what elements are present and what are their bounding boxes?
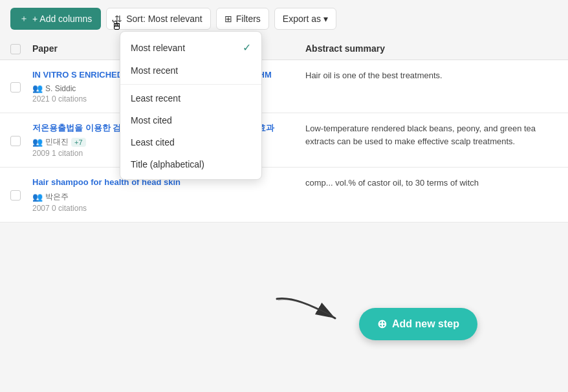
paper-cell-3: Hair shampoo for health of head skin 👥 박…	[10, 177, 295, 212]
sort-most-cited[interactable]: Most cited	[120, 109, 261, 131]
abstract-text-3: comp... vol.% of castor oil, to 30 terms…	[305, 178, 479, 188]
dropdown-divider	[120, 84, 261, 85]
abstract-column-header: Abstract summary	[295, 43, 558, 54]
row-1-checkbox[interactable]	[10, 82, 21, 93]
authors-text-2: 민대진	[45, 136, 69, 147]
abstract-cell-2: Low-temperature rendered black beans, pe…	[295, 122, 558, 158]
table-body: IN VITRO S ENRICHED BENEFIT FC STRENGTH …	[0, 60, 568, 223]
row-3-checkbox[interactable]	[10, 190, 21, 201]
abstract-text-1: Hair oil is one of the best treatments.	[305, 71, 442, 80]
citations-2: 1 citation	[52, 149, 83, 158]
add-step-label: Add new step	[392, 318, 459, 330]
citations-1: 0 citations	[52, 94, 87, 103]
year-1: 2021	[32, 94, 50, 103]
citations-3: 0 citations	[52, 204, 87, 213]
sort-least-recent-label: Least recent	[131, 93, 180, 103]
table-header: Paper Abstract summary	[0, 38, 568, 60]
sort-least-recent[interactable]: Least recent	[120, 87, 261, 109]
authors-more-2: +7	[71, 138, 86, 147]
sort-title-alpha[interactable]: Title (alphabetical)	[120, 153, 261, 175]
table-row: Hair shampoo for health of head skin 👥 박…	[0, 168, 568, 222]
add-columns-label: + Add columns	[32, 14, 92, 24]
sort-dropdown: Most relevant ✓ Most recent Least recent…	[120, 31, 262, 180]
filter-icon: ⊞	[224, 14, 232, 24]
add-new-step-button[interactable]: ⊕ Add new step	[359, 308, 477, 340]
add-columns-button[interactable]: ＋ + Add columns	[10, 8, 101, 30]
arrow-annotation	[270, 292, 348, 334]
sort-title-alpha-label: Title (alphabetical)	[131, 159, 204, 169]
table-row: IN VITRO S ENRICHED BENEFIT FC STRENGTH …	[0, 60, 568, 113]
abstract-cell-3: comp... vol.% of castor oil, to 30 terms…	[295, 177, 558, 212]
abstract-text-2: Low-temperature rendered black beans, pe…	[305, 124, 536, 146]
toolbar: ＋ + Add columns ⇅ Sort: Most relevant ⊞ …	[0, 0, 568, 38]
export-label: Export as	[283, 14, 321, 24]
sort-most-recent[interactable]: Most recent	[120, 60, 261, 82]
sort-least-cited-label: Least cited	[131, 137, 175, 147]
table-row: 저온용출법을 이용한 검은콩, 작약, 녹차 추출물의 두피 개선 효과 👥 민…	[0, 113, 568, 168]
chevron-down-icon: ▾	[323, 14, 328, 24]
sort-label: Sort: Most relevant	[126, 14, 202, 24]
plus-icon: ＋	[19, 13, 28, 25]
filters-button[interactable]: ⊞ Filters	[216, 8, 269, 30]
year-2: 2009	[32, 149, 50, 158]
export-button[interactable]: Export as ▾	[274, 8, 336, 30]
abstract-cell-1: Hair oil is one of the best treatments.	[295, 69, 558, 103]
authors-text-3: 박은주	[45, 191, 69, 202]
row-2-checkbox[interactable]	[10, 136, 21, 146]
authors-icon-2: 👥	[32, 137, 43, 147]
filters-label: Filters	[236, 14, 261, 24]
download-circle-icon: ⊕	[377, 317, 387, 331]
checkmark-icon: ✓	[243, 41, 251, 54]
sort-most-relevant-label: Most relevant	[131, 43, 185, 53]
cursor-pointer: 🖱	[110, 18, 123, 33]
year-3: 2007	[32, 204, 50, 213]
authors-icon-1: 👥	[32, 83, 43, 93]
sort-least-cited[interactable]: Least cited	[120, 131, 261, 153]
sort-most-relevant[interactable]: Most relevant ✓	[120, 36, 261, 60]
paper-col-label: Paper	[32, 43, 58, 54]
sort-most-cited-label: Most cited	[131, 115, 172, 125]
paper-meta-3: 2007 0 citations	[32, 204, 295, 213]
authors-text-1: S. Siddic	[45, 84, 76, 93]
authors-icon-3: 👥	[32, 192, 43, 202]
sort-most-recent-label: Most recent	[131, 65, 178, 76]
select-all-checkbox[interactable]	[10, 44, 21, 54]
paper-authors-3: 👥 박은주	[32, 191, 295, 202]
paper-info-3: Hair shampoo for health of head skin 👥 박…	[32, 177, 295, 212]
abstract-col-label: Abstract summary	[305, 43, 385, 54]
